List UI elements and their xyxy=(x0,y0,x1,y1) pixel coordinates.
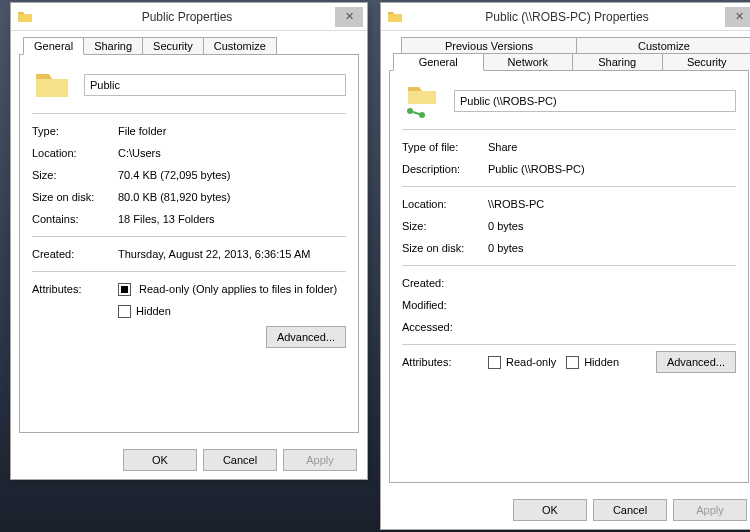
readonly-label: Read-only xyxy=(506,356,556,368)
size-on-disk-value: 80.0 KB (81,920 bytes) xyxy=(118,191,346,203)
button-bar: OK Cancel Apply xyxy=(381,491,750,529)
folder-icon xyxy=(387,9,403,25)
titlebar[interactable]: Public Properties ✕ xyxy=(11,3,367,31)
folder-large-icon xyxy=(32,65,72,105)
created-value: Thursday, August 22, 2013, 6:36:15 AM xyxy=(118,248,346,260)
tab-sharing[interactable]: Sharing xyxy=(83,37,143,54)
dialog-public-remote-properties: Public (\\ROBS-PC) Properties ✕ Previous… xyxy=(380,2,750,530)
location-label: Location: xyxy=(402,198,488,210)
ok-button[interactable]: OK xyxy=(513,499,587,521)
type-value: File folder xyxy=(118,125,346,137)
readonly-label: Read-only (Only applies to files in fold… xyxy=(139,283,337,295)
contains-value: 18 Files, 13 Folders xyxy=(118,213,346,225)
readonly-checkbox[interactable] xyxy=(118,283,131,296)
apply-button[interactable]: Apply xyxy=(673,499,747,521)
attributes-label: Attributes: xyxy=(402,356,488,368)
created-label: Created: xyxy=(402,277,488,289)
tab-network[interactable]: Network xyxy=(483,53,574,70)
network-folder-icon xyxy=(402,81,442,121)
cancel-button[interactable]: Cancel xyxy=(203,449,277,471)
button-bar: OK Cancel Apply xyxy=(11,441,367,479)
title-text: Public Properties xyxy=(39,10,335,24)
tab-row-upper: Previous Versions Customize xyxy=(381,31,750,54)
size-on-disk-label: Size on disk: xyxy=(402,242,488,254)
titlebar[interactable]: Public (\\ROBS-PC) Properties ✕ xyxy=(381,3,750,31)
hidden-label: Hidden xyxy=(584,356,619,368)
tab-security[interactable]: Security xyxy=(142,37,204,54)
tab-customize[interactable]: Customize xyxy=(203,37,277,54)
name-input[interactable] xyxy=(454,90,736,112)
description-value: Public (\\ROBS-PC) xyxy=(488,163,736,175)
location-value: C:\Users xyxy=(118,147,346,159)
hidden-label: Hidden xyxy=(136,305,346,317)
typeof-value: Share xyxy=(488,141,736,153)
hidden-checkbox[interactable] xyxy=(566,356,579,369)
cancel-button[interactable]: Cancel xyxy=(593,499,667,521)
apply-button[interactable]: Apply xyxy=(283,449,357,471)
name-input[interactable] xyxy=(84,74,346,96)
folder-icon xyxy=(17,9,33,25)
advanced-button[interactable]: Advanced... xyxy=(656,351,736,373)
size-value: 0 bytes xyxy=(488,220,736,232)
close-button[interactable]: ✕ xyxy=(725,7,750,27)
tab-security[interactable]: Security xyxy=(662,53,751,70)
location-label: Location: xyxy=(32,147,118,159)
accessed-label: Accessed: xyxy=(402,321,488,333)
tab-pane-general: Type of file:Share Description:Public (\… xyxy=(389,70,749,483)
tab-sharing[interactable]: Sharing xyxy=(572,53,663,70)
size-on-disk-label: Size on disk: xyxy=(32,191,118,203)
tab-previous-versions[interactable]: Previous Versions xyxy=(401,37,577,54)
attributes-label: Attributes: xyxy=(32,283,118,295)
size-value: 70.4 KB (72,095 bytes) xyxy=(118,169,346,181)
typeof-label: Type of file: xyxy=(402,141,488,153)
tab-row-lower: General Network Sharing Security xyxy=(381,53,750,70)
type-label: Type: xyxy=(32,125,118,137)
close-button[interactable]: ✕ xyxy=(335,7,363,27)
advanced-button[interactable]: Advanced... xyxy=(266,326,346,348)
tab-row: General Sharing Security Customize xyxy=(11,31,367,54)
modified-label: Modified: xyxy=(402,299,488,311)
readonly-checkbox[interactable] xyxy=(488,356,501,369)
tab-customize[interactable]: Customize xyxy=(576,37,750,54)
location-value: \\ROBS-PC xyxy=(488,198,736,210)
size-on-disk-value: 0 bytes xyxy=(488,242,736,254)
dialog-public-properties: Public Properties ✕ General Sharing Secu… xyxy=(10,2,368,480)
tab-general[interactable]: General xyxy=(23,37,84,55)
size-label: Size: xyxy=(402,220,488,232)
contains-label: Contains: xyxy=(32,213,118,225)
title-text: Public (\\ROBS-PC) Properties xyxy=(409,10,725,24)
checkbox-mixed-icon xyxy=(121,286,128,293)
description-label: Description: xyxy=(402,163,488,175)
ok-button[interactable]: OK xyxy=(123,449,197,471)
created-label: Created: xyxy=(32,248,118,260)
size-label: Size: xyxy=(32,169,118,181)
hidden-checkbox[interactable] xyxy=(118,305,131,318)
tab-general[interactable]: General xyxy=(393,53,484,71)
tab-pane-general: Type:File folder Location:C:\Users Size:… xyxy=(19,54,359,433)
